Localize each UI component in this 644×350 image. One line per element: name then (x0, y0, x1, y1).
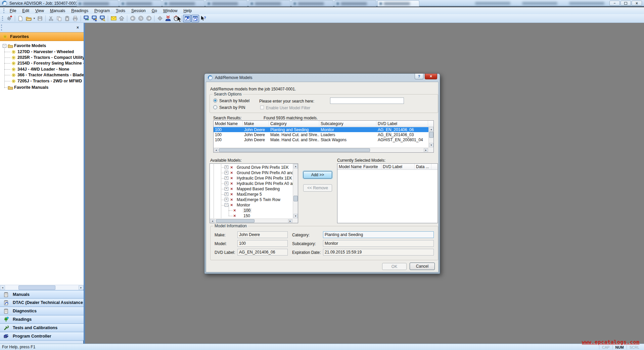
expand-icon[interactable] (225, 171, 228, 174)
new-document-icon[interactable] (16, 15, 25, 22)
result-row[interactable]: 100 John Deere Mate. Hand Cut. and Shre.… (214, 132, 429, 137)
ok-button[interactable]: OK (382, 263, 407, 270)
close-icon[interactable] (632, 1, 642, 6)
save-icon[interactable] (36, 15, 44, 22)
machine-search-icon[interactable] (98, 15, 106, 22)
toolbar-grip[interactable] (2, 16, 3, 21)
dialog-titlebar[interactable]: Add/Remove Models (204, 74, 440, 82)
machine-operator-icon[interactable] (90, 15, 98, 22)
expand-icon[interactable] (225, 165, 228, 169)
expand-icon[interactable] (225, 198, 228, 201)
scroll-left-icon[interactable] (0, 285, 5, 290)
manage-gear-plus-icon[interactable] (5, 15, 13, 22)
blurred-tab[interactable] (569, 2, 604, 5)
blurred-tab[interactable] (205, 0, 247, 6)
dialog-help-icon[interactable] (415, 74, 423, 79)
search-by-pin-radio[interactable] (213, 105, 217, 109)
scroll-up-icon[interactable] (429, 127, 433, 131)
history-icon[interactable] (137, 15, 145, 22)
menu-file[interactable]: File (7, 8, 19, 14)
scrollbar-thumb[interactable] (293, 196, 298, 201)
scrollbar-thumb[interactable] (219, 148, 370, 152)
sidebar-item-dtac[interactable]: DTAC (Dealer Technical Assistance C... (0, 299, 84, 307)
print-icon[interactable] (71, 15, 79, 22)
copy-icon[interactable] (55, 15, 63, 22)
tree-horizontal-scrollbar[interactable] (210, 219, 293, 223)
user-model-filter-checkbox[interactable] (260, 106, 264, 109)
expand-icon[interactable] (225, 192, 228, 196)
sidebar-item-manuals[interactable]: Manuals (0, 290, 84, 299)
search-input[interactable] (330, 98, 404, 104)
cancel-button[interactable]: Cancel (410, 263, 435, 270)
blurred-tab[interactable] (522, 2, 557, 5)
expand-icon[interactable] (225, 182, 228, 185)
scroll-right-icon[interactable] (288, 219, 292, 223)
scroll-left-icon[interactable] (214, 148, 218, 152)
column-header[interactable]: Category (269, 121, 319, 127)
scrollbar-thumb[interactable] (18, 285, 55, 290)
panel-grip[interactable] (1, 25, 2, 31)
help-pointer-icon[interactable]: ? (199, 15, 207, 22)
open-window-icon[interactable] (183, 15, 191, 22)
home-icon[interactable] (118, 15, 126, 22)
results-vertical-scrollbar[interactable] (428, 127, 433, 148)
scrollbar-thumb[interactable] (429, 132, 433, 138)
open-folder-icon[interactable] (25, 15, 33, 22)
restore-window-icon[interactable] (191, 15, 199, 22)
load-program-icon[interactable] (164, 15, 172, 22)
sidebar-item-readings[interactable]: Readings (0, 315, 84, 324)
collapse-icon[interactable] (3, 44, 6, 48)
sidebar-item-diagnostics[interactable]: Diagnostics (0, 307, 84, 315)
paste-icon[interactable] (63, 15, 71, 22)
collapse-icon[interactable] (225, 203, 228, 207)
open-folder-dropdown-icon[interactable] (33, 15, 36, 22)
dialog-close-icon[interactable] (425, 74, 437, 79)
menu-go[interactable]: Go (149, 8, 160, 14)
blurred-tab[interactable] (291, 0, 333, 6)
stop-diamond-icon[interactable] (156, 15, 164, 22)
blurred-tab[interactable] (475, 2, 510, 5)
column-header[interactable]: Data ... (415, 164, 431, 170)
blurred-tab[interactable] (248, 0, 290, 6)
email-icon[interactable] (109, 15, 118, 22)
add-button[interactable]: Add >> (303, 171, 332, 179)
scroll-up-icon[interactable] (293, 164, 298, 168)
machine-connect-icon[interactable] (82, 15, 90, 22)
scroll-right-icon[interactable] (424, 148, 428, 152)
menu-session[interactable]: Session (128, 8, 149, 14)
result-row[interactable]: 100 John Deere Mate. Hand Cut. and Shre.… (214, 137, 429, 142)
menu-window[interactable]: Window (160, 8, 181, 14)
menu-edit[interactable]: Edit (19, 8, 32, 14)
remove-button[interactable]: << Remove (303, 184, 332, 192)
toolbar-grip[interactable] (3, 8, 4, 13)
column-header[interactable]: Make (243, 121, 269, 127)
sidebar-item-program-controller[interactable]: Program Controller (0, 332, 84, 341)
close-panel-icon[interactable] (75, 25, 80, 30)
menu-program[interactable]: Program (91, 8, 113, 14)
scroll-down-icon[interactable] (429, 143, 433, 147)
menu-manuals[interactable]: Manuals (47, 8, 68, 14)
maximize-icon[interactable] (620, 1, 631, 6)
result-row-selected[interactable]: 100 John Deere Planting and Seeding Moni… (214, 127, 429, 132)
minimize-icon[interactable] (609, 1, 620, 6)
blurred-tab[interactable] (77, 0, 119, 6)
scroll-down-icon[interactable] (293, 214, 298, 218)
column-header[interactable]: DVD Label (376, 121, 428, 127)
cut-icon[interactable] (47, 15, 55, 22)
column-header[interactable]: Model Name (214, 121, 243, 127)
menu-readings[interactable]: Readings (68, 8, 91, 14)
back-icon[interactable] (129, 15, 137, 22)
forward-icon[interactable] (145, 15, 153, 22)
search-by-model-radio[interactable] (213, 99, 217, 103)
scrollbar-thumb[interactable] (216, 219, 255, 223)
column-header[interactable]: Model Name (337, 164, 362, 170)
blurred-tab[interactable] (334, 0, 376, 6)
column-header[interactable]: DVD Label (381, 164, 415, 170)
menu-help[interactable]: Help (180, 8, 195, 14)
blurred-tab-active[interactable] (377, 0, 419, 6)
panel-horizontal-scrollbar[interactable] (0, 285, 84, 290)
blurred-tab[interactable] (120, 0, 162, 6)
menu-view[interactable]: View (32, 8, 47, 14)
results-horizontal-scrollbar[interactable] (214, 148, 428, 152)
scroll-left-icon[interactable] (210, 219, 215, 223)
